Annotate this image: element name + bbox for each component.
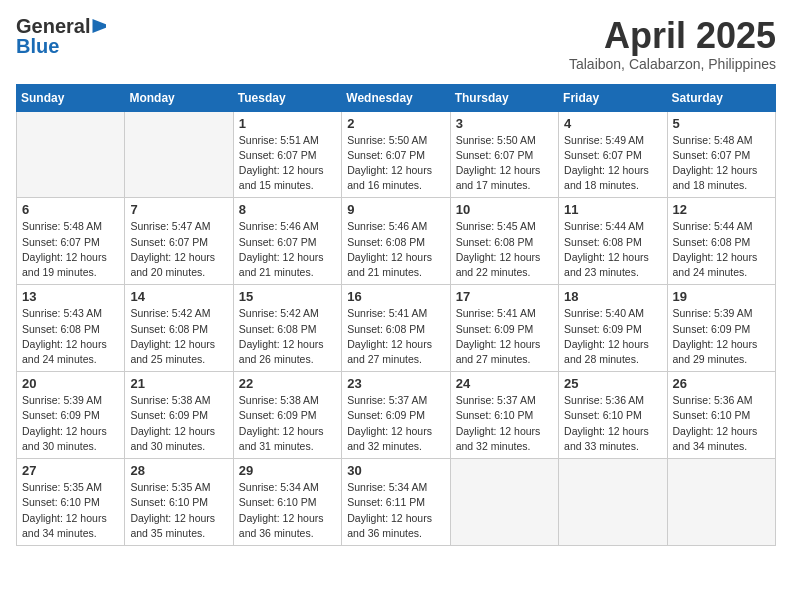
day-number: 19: [673, 289, 770, 304]
cell-content: Sunrise: 5:39 AMSunset: 6:09 PMDaylight:…: [673, 306, 770, 367]
title-area: April 2025 Talaibon, Calabarzon, Philipp…: [569, 16, 776, 72]
cell-content: Sunrise: 5:37 AMSunset: 6:10 PMDaylight:…: [456, 393, 553, 454]
calendar-cell: 19Sunrise: 5:39 AMSunset: 6:09 PMDayligh…: [667, 285, 775, 372]
day-number: 4: [564, 116, 661, 131]
cell-content: Sunrise: 5:37 AMSunset: 6:09 PMDaylight:…: [347, 393, 444, 454]
day-number: 1: [239, 116, 336, 131]
calendar-table: SundayMondayTuesdayWednesdayThursdayFrid…: [16, 84, 776, 546]
calendar-cell: 8Sunrise: 5:46 AMSunset: 6:07 PMDaylight…: [233, 198, 341, 285]
calendar-cell: 24Sunrise: 5:37 AMSunset: 6:10 PMDayligh…: [450, 372, 558, 459]
calendar-cell: 30Sunrise: 5:34 AMSunset: 6:11 PMDayligh…: [342, 459, 450, 546]
calendar-cell: 13Sunrise: 5:43 AMSunset: 6:08 PMDayligh…: [17, 285, 125, 372]
cell-content: Sunrise: 5:41 AMSunset: 6:09 PMDaylight:…: [456, 306, 553, 367]
logo-icon: [92, 19, 106, 33]
calendar-cell: 15Sunrise: 5:42 AMSunset: 6:08 PMDayligh…: [233, 285, 341, 372]
day-number: 2: [347, 116, 444, 131]
cell-content: Sunrise: 5:43 AMSunset: 6:08 PMDaylight:…: [22, 306, 119, 367]
calendar-header-saturday: Saturday: [667, 84, 775, 111]
calendar-cell: 14Sunrise: 5:42 AMSunset: 6:08 PMDayligh…: [125, 285, 233, 372]
calendar-cell: 23Sunrise: 5:37 AMSunset: 6:09 PMDayligh…: [342, 372, 450, 459]
day-number: 22: [239, 376, 336, 391]
cell-content: Sunrise: 5:47 AMSunset: 6:07 PMDaylight:…: [130, 219, 227, 280]
cell-content: Sunrise: 5:34 AMSunset: 6:10 PMDaylight:…: [239, 480, 336, 541]
cell-content: Sunrise: 5:46 AMSunset: 6:08 PMDaylight:…: [347, 219, 444, 280]
day-number: 23: [347, 376, 444, 391]
logo-general-text: General: [16, 16, 90, 36]
calendar-cell: 25Sunrise: 5:36 AMSunset: 6:10 PMDayligh…: [559, 372, 667, 459]
day-number: 28: [130, 463, 227, 478]
day-number: 27: [22, 463, 119, 478]
cell-content: Sunrise: 5:38 AMSunset: 6:09 PMDaylight:…: [130, 393, 227, 454]
cell-content: Sunrise: 5:42 AMSunset: 6:08 PMDaylight:…: [130, 306, 227, 367]
day-number: 15: [239, 289, 336, 304]
cell-content: Sunrise: 5:46 AMSunset: 6:07 PMDaylight:…: [239, 219, 336, 280]
calendar-cell: [125, 111, 233, 198]
day-number: 21: [130, 376, 227, 391]
cell-content: Sunrise: 5:36 AMSunset: 6:10 PMDaylight:…: [673, 393, 770, 454]
calendar-cell: [17, 111, 125, 198]
cell-content: Sunrise: 5:35 AMSunset: 6:10 PMDaylight:…: [130, 480, 227, 541]
day-number: 14: [130, 289, 227, 304]
calendar-cell: 9Sunrise: 5:46 AMSunset: 6:08 PMDaylight…: [342, 198, 450, 285]
cell-content: Sunrise: 5:36 AMSunset: 6:10 PMDaylight:…: [564, 393, 661, 454]
calendar-cell: 7Sunrise: 5:47 AMSunset: 6:07 PMDaylight…: [125, 198, 233, 285]
calendar-cell: 16Sunrise: 5:41 AMSunset: 6:08 PMDayligh…: [342, 285, 450, 372]
day-number: 17: [456, 289, 553, 304]
calendar-cell: 1Sunrise: 5:51 AMSunset: 6:07 PMDaylight…: [233, 111, 341, 198]
calendar-header-friday: Friday: [559, 84, 667, 111]
calendar-header-wednesday: Wednesday: [342, 84, 450, 111]
calendar-week-row: 27Sunrise: 5:35 AMSunset: 6:10 PMDayligh…: [17, 459, 776, 546]
calendar-cell: 4Sunrise: 5:49 AMSunset: 6:07 PMDaylight…: [559, 111, 667, 198]
calendar-cell: 10Sunrise: 5:45 AMSunset: 6:08 PMDayligh…: [450, 198, 558, 285]
day-number: 6: [22, 202, 119, 217]
day-number: 5: [673, 116, 770, 131]
day-number: 13: [22, 289, 119, 304]
calendar-week-row: 13Sunrise: 5:43 AMSunset: 6:08 PMDayligh…: [17, 285, 776, 372]
logo-blue-text: Blue: [16, 36, 59, 56]
calendar-header-sunday: Sunday: [17, 84, 125, 111]
day-number: 9: [347, 202, 444, 217]
day-number: 11: [564, 202, 661, 217]
calendar-cell: 20Sunrise: 5:39 AMSunset: 6:09 PMDayligh…: [17, 372, 125, 459]
calendar-cell: 12Sunrise: 5:44 AMSunset: 6:08 PMDayligh…: [667, 198, 775, 285]
calendar-cell: 17Sunrise: 5:41 AMSunset: 6:09 PMDayligh…: [450, 285, 558, 372]
calendar-cell: 11Sunrise: 5:44 AMSunset: 6:08 PMDayligh…: [559, 198, 667, 285]
day-number: 29: [239, 463, 336, 478]
day-number: 8: [239, 202, 336, 217]
calendar-header-thursday: Thursday: [450, 84, 558, 111]
calendar-week-row: 6Sunrise: 5:48 AMSunset: 6:07 PMDaylight…: [17, 198, 776, 285]
calendar-cell: 26Sunrise: 5:36 AMSunset: 6:10 PMDayligh…: [667, 372, 775, 459]
cell-content: Sunrise: 5:38 AMSunset: 6:09 PMDaylight:…: [239, 393, 336, 454]
calendar-cell: 28Sunrise: 5:35 AMSunset: 6:10 PMDayligh…: [125, 459, 233, 546]
calendar-cell: [450, 459, 558, 546]
calendar-header-row: SundayMondayTuesdayWednesdayThursdayFrid…: [17, 84, 776, 111]
day-number: 12: [673, 202, 770, 217]
day-number: 20: [22, 376, 119, 391]
calendar-cell: 22Sunrise: 5:38 AMSunset: 6:09 PMDayligh…: [233, 372, 341, 459]
calendar-cell: [667, 459, 775, 546]
cell-content: Sunrise: 5:45 AMSunset: 6:08 PMDaylight:…: [456, 219, 553, 280]
calendar-cell: 18Sunrise: 5:40 AMSunset: 6:09 PMDayligh…: [559, 285, 667, 372]
cell-content: Sunrise: 5:50 AMSunset: 6:07 PMDaylight:…: [347, 133, 444, 194]
calendar-cell: 21Sunrise: 5:38 AMSunset: 6:09 PMDayligh…: [125, 372, 233, 459]
logo: General Blue: [16, 16, 106, 56]
calendar-cell: [559, 459, 667, 546]
calendar-cell: 27Sunrise: 5:35 AMSunset: 6:10 PMDayligh…: [17, 459, 125, 546]
day-number: 26: [673, 376, 770, 391]
calendar-cell: 5Sunrise: 5:48 AMSunset: 6:07 PMDaylight…: [667, 111, 775, 198]
calendar-week-row: 1Sunrise: 5:51 AMSunset: 6:07 PMDaylight…: [17, 111, 776, 198]
cell-content: Sunrise: 5:34 AMSunset: 6:11 PMDaylight:…: [347, 480, 444, 541]
cell-content: Sunrise: 5:48 AMSunset: 6:07 PMDaylight:…: [673, 133, 770, 194]
calendar-cell: 6Sunrise: 5:48 AMSunset: 6:07 PMDaylight…: [17, 198, 125, 285]
cell-content: Sunrise: 5:44 AMSunset: 6:08 PMDaylight:…: [564, 219, 661, 280]
day-number: 25: [564, 376, 661, 391]
day-number: 10: [456, 202, 553, 217]
cell-content: Sunrise: 5:48 AMSunset: 6:07 PMDaylight:…: [22, 219, 119, 280]
day-number: 30: [347, 463, 444, 478]
cell-content: Sunrise: 5:44 AMSunset: 6:08 PMDaylight:…: [673, 219, 770, 280]
cell-content: Sunrise: 5:40 AMSunset: 6:09 PMDaylight:…: [564, 306, 661, 367]
cell-content: Sunrise: 5:51 AMSunset: 6:07 PMDaylight:…: [239, 133, 336, 194]
day-number: 24: [456, 376, 553, 391]
cell-content: Sunrise: 5:50 AMSunset: 6:07 PMDaylight:…: [456, 133, 553, 194]
location-title: Talaibon, Calabarzon, Philippines: [569, 56, 776, 72]
